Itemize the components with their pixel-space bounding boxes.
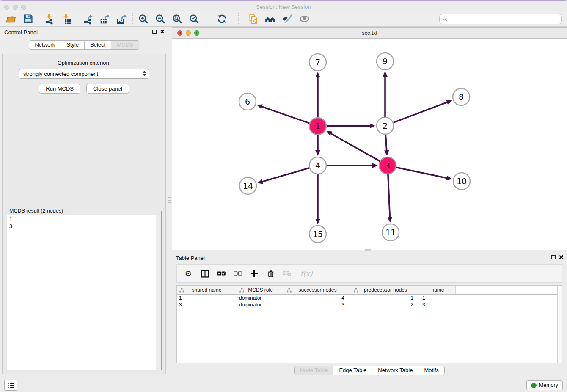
graph-node-label-7: 7 <box>315 58 320 67</box>
cell-predecessor-nodes[interactable]: 2 <box>351 301 420 308</box>
graph-node-label-3: 3 <box>385 161 390 170</box>
edge-4-14[interactable] <box>262 168 310 182</box>
column-header-predecessor-nodes[interactable]: predecessor nodes <box>351 286 420 294</box>
memory-label: Memory <box>539 382 558 388</box>
table-row[interactable]: 3dominator323 <box>177 301 562 308</box>
control-panel-title: Control Panel <box>4 29 38 36</box>
edge-1-6[interactable] <box>261 106 310 123</box>
column-header-shared-name[interactable]: shared name <box>177 286 237 294</box>
cell-successor-nodes[interactable]: 4 <box>284 295 351 301</box>
mcds-result-group: MCDS result (2 nodes) 1 3 <box>6 208 162 370</box>
cell-name[interactable]: 1 <box>420 295 456 301</box>
open-file-icon[interactable] <box>3 12 19 26</box>
toolbar-separator <box>77 13 77 25</box>
edge-arrowhead-1-7 <box>315 72 320 77</box>
panel-selector-button[interactable] <box>4 380 17 391</box>
trash-icon[interactable] <box>265 268 276 279</box>
close-panel-button[interactable]: Close panel <box>86 84 129 94</box>
checked-boxes-icon[interactable] <box>216 268 227 279</box>
splitter-grip[interactable] <box>168 197 171 204</box>
toolbar-separator <box>39 13 39 25</box>
network-canvas[interactable]: 7968124314101511 <box>172 39 567 250</box>
search-field <box>439 14 562 24</box>
float-panel-icon[interactable] <box>551 255 556 259</box>
columns-icon[interactable] <box>199 268 210 279</box>
documents-share-icon[interactable] <box>245 12 262 26</box>
gear-icon[interactable]: ⚙ <box>183 268 194 279</box>
tab-edge-table[interactable]: Edge Table <box>333 366 372 375</box>
graph-node-label-4: 4 <box>315 161 320 170</box>
tab-network-table[interactable]: Network Table <box>372 366 418 375</box>
cell-shared-name[interactable]: 3 <box>177 301 237 308</box>
table-scrollbar[interactable] <box>557 286 562 363</box>
cell-name[interactable]: 3 <box>420 301 456 308</box>
tab-motifs[interactable]: Motifs <box>418 366 444 375</box>
edge-3-11[interactable] <box>388 174 390 218</box>
export-image-icon[interactable] <box>113 12 130 26</box>
edge-arrowhead-4-3 <box>372 163 378 168</box>
toolbar-separator <box>132 13 133 25</box>
network-graph: 7968124314101511 <box>172 39 567 250</box>
column-header-name[interactable]: name <box>420 286 456 294</box>
edge-3-1[interactable] <box>330 133 380 161</box>
cell-shared-name[interactable]: 1 <box>177 295 237 301</box>
import-network-icon[interactable] <box>41 12 58 26</box>
close-panel-icon[interactable] <box>559 255 564 259</box>
run-mcds-button[interactable]: Run MCDS <box>39 84 80 94</box>
cell-predecessor-nodes[interactable]: 1 <box>351 295 420 301</box>
canvas-resize-grip[interactable] <box>365 249 371 251</box>
edge-3-10[interactable] <box>396 167 448 178</box>
import-table-icon[interactable] <box>58 12 75 26</box>
graph-node-label-11: 11 <box>385 228 396 237</box>
table-row[interactable]: 1dominator411 <box>177 295 562 301</box>
zoom-fit-icon[interactable] <box>169 12 186 26</box>
graph-node-label-8: 8 <box>459 92 464 102</box>
criterion-select[interactable]: strongly connected component <box>19 69 149 79</box>
node-table[interactable]: shared nameMCDS rolesuccessor nodesprede… <box>176 285 562 363</box>
table-body: 1dominator4113dominator323 <box>177 295 562 308</box>
zoom-out-icon[interactable] <box>152 12 169 26</box>
result-scrollbar[interactable] <box>156 215 161 370</box>
eye-slash-icon[interactable] <box>279 12 296 26</box>
search-icon <box>442 16 448 22</box>
cell-successor-nodes[interactable]: 3 <box>284 301 351 308</box>
tab-style[interactable]: Style <box>61 41 85 49</box>
close-panel-icon[interactable] <box>160 29 165 34</box>
edge-arrowhead-1-6 <box>257 104 263 109</box>
graph-node-label-10: 10 <box>457 177 467 186</box>
window-title: Session: New Session <box>0 4 567 10</box>
column-header-MCDS-role[interactable]: MCDS role <box>237 286 284 294</box>
export-table-icon[interactable] <box>96 12 113 26</box>
column-header-successor-nodes[interactable]: successor nodes <box>284 286 351 294</box>
panel-splitter[interactable] <box>168 27 172 378</box>
tab-node-table[interactable]: Node Table <box>295 366 334 375</box>
tab-mcds[interactable]: MCDS <box>111 41 138 49</box>
table-tabs: Node TableEdge TableNetwork TableMotifs <box>294 366 445 375</box>
unchecked-boxes-icon[interactable] <box>232 268 243 279</box>
cell-MCDS-role[interactable]: dominator <box>237 301 284 308</box>
list-icon <box>7 382 15 389</box>
plus-icon[interactable] <box>249 268 260 279</box>
tab-select[interactable]: Select <box>85 41 111 49</box>
edge-arrowhead-1-4 <box>315 150 320 156</box>
mcds-result-title: MCDS result (2 nodes) <box>8 208 64 214</box>
network-view-window: × − + scc.txt 7968124314101511 <box>172 27 567 250</box>
zoom-in-icon[interactable] <box>135 12 152 26</box>
apply-layout-icon[interactable] <box>213 12 230 26</box>
search-input[interactable] <box>439 14 562 24</box>
mcds-result-area[interactable]: 1 3 <box>7 215 161 370</box>
memory-button[interactable]: Memory <box>526 380 563 390</box>
houses-icon[interactable] <box>262 12 279 26</box>
edge-2-8[interactable] <box>393 102 448 123</box>
tab-network[interactable]: Network <box>29 41 61 49</box>
export-network-icon[interactable] <box>80 12 96 26</box>
cell-MCDS-role[interactable]: dominator <box>237 295 284 301</box>
edge-2-3[interactable] <box>385 134 387 151</box>
save-session-icon[interactable] <box>19 12 36 26</box>
select-stepper-icon <box>143 71 146 76</box>
float-panel-icon[interactable] <box>152 30 157 34</box>
edge-1-2[interactable] <box>326 126 371 126</box>
zoom-selected-icon[interactable] <box>186 12 203 26</box>
network-window-titlebar[interactable]: × − + scc.txt <box>172 28 567 39</box>
edge-arrowhead-1-2 <box>370 123 375 128</box>
